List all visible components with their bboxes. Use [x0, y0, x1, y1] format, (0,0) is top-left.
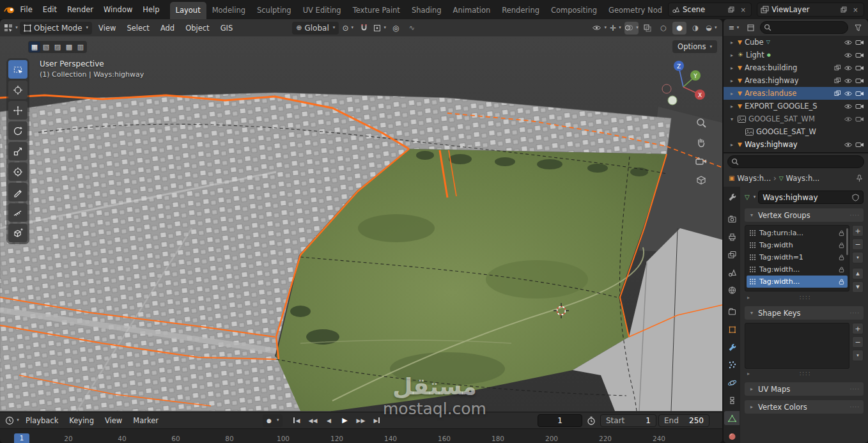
menu-add[interactable]: Add	[156, 22, 179, 35]
workspace-tab-rendering[interactable]: Rendering	[496, 2, 545, 19]
remove-viewlayer-icon[interactable]: ×	[851, 5, 860, 15]
expand-arrow-icon[interactable]: ▸	[729, 142, 735, 148]
menu-tl-view[interactable]: View	[100, 414, 127, 427]
timeline-ruler[interactable]: 20 40 60 80 100 120 140 160 180 200 220 …	[0, 428, 722, 443]
hide-viewport-icon[interactable]	[844, 65, 853, 72]
snap-toggle[interactable]	[357, 22, 371, 35]
tool-move[interactable]	[8, 101, 27, 120]
lock-icon[interactable]	[838, 229, 845, 237]
xray-toggle[interactable]	[640, 22, 655, 35]
tab-object[interactable]	[724, 322, 740, 336]
mesh-name-field[interactable]: Ways:highway	[758, 190, 864, 204]
collapse-arrow-icon[interactable]: ▾	[729, 116, 735, 122]
shading-rendered-button[interactable]: ◒▾	[704, 22, 718, 35]
object-visibility-dropdown[interactable]: ▾	[592, 22, 607, 35]
select-mode-invert[interactable]: ▩	[63, 42, 75, 52]
hide-viewport-icon[interactable]	[844, 39, 853, 46]
shading-material-button[interactable]: ◑	[688, 22, 702, 35]
tab-physics[interactable]	[724, 376, 740, 390]
gizmo-x-neg-axis[interactable]	[662, 84, 671, 93]
tab-constraints[interactable]	[724, 394, 740, 408]
frame-start-field[interactable]: Start 1	[600, 414, 656, 427]
viewlayer-selector[interactable]: ViewLayer ×	[757, 3, 864, 17]
outliner-item-cube[interactable]: ▸ ▼ Cube ▽	[724, 36, 868, 49]
lock-icon[interactable]	[838, 266, 845, 273]
expand-arrow-icon[interactable]: ▸	[729, 52, 735, 58]
outliner-search-input[interactable]	[760, 21, 848, 34]
workspace-tab-sculpting[interactable]: Sculpting	[251, 2, 297, 19]
workspace-tab-shading[interactable]: Shading	[406, 2, 447, 19]
proportional-falloff-dropdown[interactable]: ∿	[405, 22, 419, 35]
menu-help[interactable]: Help	[137, 3, 164, 17]
menu-window[interactable]: Window	[98, 3, 137, 17]
camera-view-control[interactable]	[694, 154, 708, 168]
disable-render-icon[interactable]	[855, 116, 864, 122]
tool-add-cube[interactable]	[8, 224, 27, 242]
play-reverse-button[interactable]: ◀	[322, 415, 336, 426]
select-mode-extend[interactable]: ▧	[40, 42, 52, 52]
remove-vertex-group-button[interactable]: −	[852, 238, 864, 250]
panel-grip-icon[interactable]: ····	[850, 310, 860, 316]
outliner-item-google-sat-w[interactable]: GOOGLE_SAT_W	[724, 125, 868, 138]
playhead[interactable]: 1	[14, 433, 29, 443]
fake-user-shield-icon[interactable]	[852, 194, 859, 201]
vertex-group-item[interactable]: Tag:width...	[747, 263, 848, 276]
breadcrumb-object[interactable]: Ways:h...	[737, 174, 771, 183]
current-frame-field[interactable]: 1	[538, 414, 582, 427]
3d-viewport[interactable]: ▦ ▧ ▨ ▩ ▥ User Perspective (1) Collectio…	[0, 36, 722, 412]
menu-marker[interactable]: Marker	[128, 414, 163, 427]
menu-gis[interactable]: GIS	[216, 22, 238, 35]
menu-view[interactable]: View	[94, 22, 120, 35]
tab-particles[interactable]	[724, 358, 740, 372]
transform-orientation-dropdown[interactable]: ⊕ Global ▾	[292, 22, 339, 35]
shading-solid-button[interactable]: ●	[672, 22, 686, 35]
prev-keyframe-button[interactable]: ◀◀	[306, 415, 320, 426]
blender-logo-icon[interactable]	[4, 5, 15, 15]
workspace-tab-layout[interactable]: Layout	[170, 2, 206, 19]
jump-to-start-button[interactable]: ◀	[290, 415, 304, 426]
vertex-groups-list[interactable]: Tag:turn:la... Tag:width Tag:width=1	[745, 225, 849, 291]
move-group-up-button[interactable]: ▲	[852, 268, 864, 279]
shape-keys-list[interactable]	[745, 323, 849, 369]
workspace-tab-geometry-nodes[interactable]: Geometry Nod	[603, 2, 668, 19]
vertex-groups-panel-header[interactable]: ▾ Vertex Groups ····	[745, 208, 864, 222]
timeline-editor-type-dropdown[interactable]: ▾	[5, 414, 19, 427]
uv-maps-panel-header[interactable]: ▸ UV Maps ····	[745, 382, 864, 396]
workspace-tab-uv-editing[interactable]: UV Editing	[297, 2, 347, 19]
tab-collection[interactable]	[724, 305, 740, 319]
play-button[interactable]: ▶	[337, 415, 352, 426]
tool-select-box[interactable]	[8, 60, 27, 79]
outliner-editor-type-dropdown[interactable]: ≡▾	[727, 21, 741, 34]
zoom-control[interactable]	[694, 116, 708, 130]
outliner-search[interactable]	[760, 21, 848, 34]
disable-render-icon[interactable]	[855, 65, 864, 71]
disable-render-icon[interactable]	[855, 103, 864, 109]
outliner-item-light[interactable]: ▸ ☀ Light ●	[724, 49, 868, 61]
outliner-item-google-sat-wm[interactable]: ▾ GOOGLE_SAT_WM	[724, 113, 868, 125]
editor-type-dropdown[interactable]: ▾	[4, 22, 18, 35]
vertex-group-item[interactable]: Tag:width	[747, 239, 848, 251]
vertex-group-item[interactable]: Tag:turn:la...	[747, 227, 848, 239]
tool-rotate[interactable]	[8, 121, 27, 140]
menu-render[interactable]: Render	[62, 3, 98, 17]
proportional-editing-toggle[interactable]: ◎	[389, 22, 403, 35]
expand-arrow-icon[interactable]: ▸	[729, 40, 735, 45]
hide-viewport-icon[interactable]	[844, 141, 853, 148]
expander-icon[interactable]: ▸	[747, 371, 750, 377]
vertex-group-item-selected[interactable]: Tag:width...	[747, 276, 848, 288]
orthographic-toggle[interactable]	[694, 173, 708, 187]
outliner-item-export-google[interactable]: ▸ ▼ EXPORT_GOOGLE_S	[724, 100, 868, 113]
tool-cursor[interactable]	[8, 81, 27, 99]
mode-dropdown[interactable]: Object Mode ▾	[20, 22, 92, 35]
hide-viewport-icon[interactable]	[844, 90, 853, 97]
disable-render-icon[interactable]	[855, 77, 864, 84]
workspace-tab-compositing[interactable]: Compositing	[545, 2, 603, 19]
vertex-colors-panel-header[interactable]: ▸ Vertex Colors ····	[745, 400, 864, 414]
tab-scene[interactable]	[724, 265, 740, 279]
tab-material[interactable]	[724, 429, 740, 443]
select-mode-new[interactable]: ▦	[29, 42, 40, 52]
scene-selector[interactable]: Scene ×	[668, 3, 752, 17]
menu-file[interactable]: File	[15, 3, 38, 17]
shading-wireframe-button[interactable]: ○	[656, 22, 670, 35]
properties-search-input[interactable]	[727, 155, 864, 168]
